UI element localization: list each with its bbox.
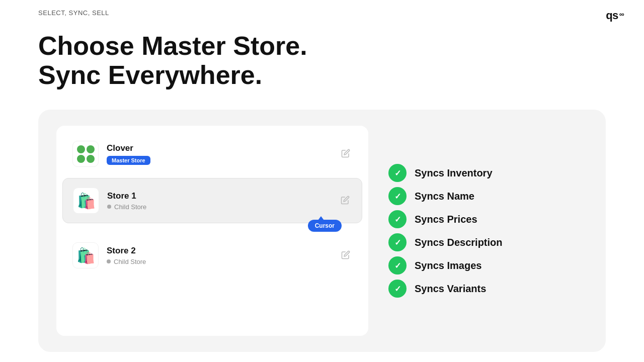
store2-status-label: Child Store <box>114 258 146 265</box>
store1-status-dot <box>107 205 111 209</box>
feature-label-name: Syncs Name <box>415 191 474 202</box>
feature-label-variants: Syncs Variants <box>415 283 486 295</box>
stores-panel: Clover Master Store 🛍️ Store 1 Child Sto… <box>56 126 368 336</box>
cursor-tooltip: Cursor <box>308 220 342 232</box>
tagline: SELECT, SYNC, SELL <box>38 9 109 17</box>
store2-edit-button[interactable] <box>339 248 352 263</box>
check-circle-variants: ✓ <box>388 280 407 298</box>
clover-icon <box>74 142 98 166</box>
store1-icon: 🛍️ <box>73 188 99 214</box>
feature-label-images: Syncs Images <box>415 260 481 272</box>
feature-item-variants: ✓ Syncs Variants <box>388 280 549 298</box>
cursor-label: Cursor <box>315 222 335 229</box>
check-mark-inventory: ✓ <box>394 168 401 178</box>
store2-status-dot <box>107 259 111 263</box>
check-circle-prices: ✓ <box>388 210 407 228</box>
clover-edit-button[interactable] <box>339 147 352 161</box>
headline-line2: Sync Everywhere. <box>38 60 262 89</box>
main-card: Clover Master Store 🛍️ Store 1 Child Sto… <box>38 110 606 352</box>
feature-label-description: Syncs Description <box>415 237 503 248</box>
feature-label-prices: Syncs Prices <box>415 214 477 225</box>
check-mark-variants: ✓ <box>394 284 401 294</box>
headline-line1: Choose Master Store. <box>38 31 307 60</box>
clover-store-name: Clover <box>107 143 331 153</box>
feature-item-prices: ✓ Syncs Prices <box>388 210 549 228</box>
check-mark-images: ✓ <box>394 261 401 270</box>
shopify-icon-store2: 🛍️ <box>76 247 95 264</box>
store-card-store2[interactable]: 🛍️ Store 2 Child Store <box>62 233 362 278</box>
feature-item-name: ✓ Syncs Name <box>388 187 549 205</box>
check-mark-name: ✓ <box>394 192 401 201</box>
feature-item-description: ✓ Syncs Description <box>388 233 549 251</box>
check-mark-description: ✓ <box>394 238 401 247</box>
check-circle-images: ✓ <box>388 256 407 275</box>
clover-leaf-3 <box>77 155 85 163</box>
feature-item-images: ✓ Syncs Images <box>388 256 549 275</box>
shopify-icon-store1: 🛍️ <box>77 192 96 210</box>
cursor-arrow <box>318 216 324 220</box>
store1-status: Child Store <box>107 203 331 211</box>
logo-infinity-icon: ∞ <box>619 10 624 18</box>
feature-item-inventory: ✓ Syncs Inventory <box>388 164 549 182</box>
master-store-badge: Master Store <box>107 156 150 165</box>
check-circle-name: ✓ <box>388 187 407 205</box>
edit-icon-store1 <box>341 196 350 205</box>
store2-icon: 🛍️ <box>72 242 99 268</box>
edit-icon-store2 <box>341 250 350 259</box>
logo: qs∞ <box>606 9 624 22</box>
feature-label-inventory: Syncs Inventory <box>415 167 493 179</box>
logo-text: qs <box>606 9 618 22</box>
clover-leaf-1 <box>77 145 85 153</box>
edit-icon <box>341 149 350 158</box>
clover-store-icon <box>72 141 99 167</box>
headline: Choose Master Store. Sync Everywhere. <box>0 22 644 89</box>
store-card-store1[interactable]: 🛍️ Store 1 Child Store Cursor <box>62 178 362 223</box>
check-circle-inventory: ✓ <box>388 164 407 182</box>
clover-store-info: Clover Master Store <box>107 143 331 165</box>
top-bar: SELECT, SYNC, SELL qs∞ <box>0 0 644 22</box>
store1-status-label: Child Store <box>114 203 146 211</box>
cursor-tooltip-container: Cursor <box>308 220 342 232</box>
store1-info: Store 1 Child Store <box>107 191 331 211</box>
store2-info: Store 2 Child Store <box>107 246 331 265</box>
store1-name: Store 1 <box>107 191 331 201</box>
clover-leaf-2 <box>87 145 95 153</box>
features-panel: ✓ Syncs Inventory ✓ Syncs Name ✓ Syncs P… <box>388 126 549 336</box>
store1-edit-button[interactable] <box>339 194 352 208</box>
store2-name: Store 2 <box>107 246 331 256</box>
store-card-clover[interactable]: Clover Master Store <box>62 132 362 176</box>
check-circle-description: ✓ <box>388 233 407 251</box>
clover-leaf-4 <box>87 155 95 163</box>
check-mark-prices: ✓ <box>394 215 401 224</box>
store2-status: Child Store <box>107 258 331 265</box>
